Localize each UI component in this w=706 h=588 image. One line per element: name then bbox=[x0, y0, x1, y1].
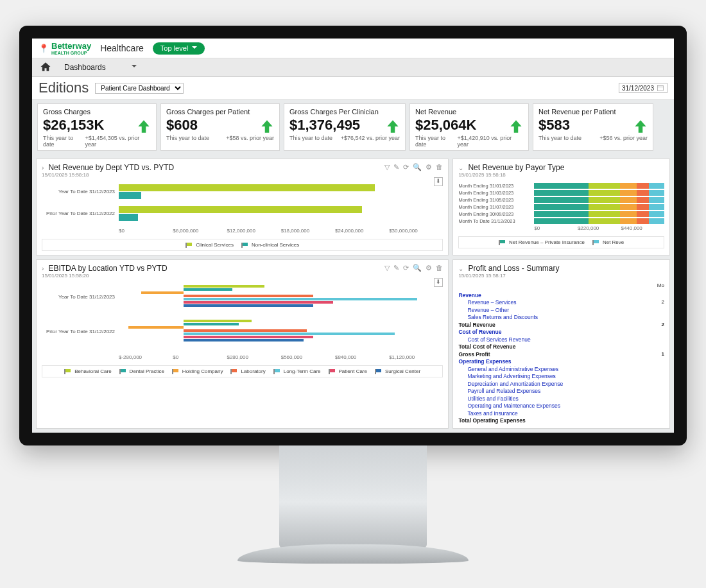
row-label: Month Ending 31/07/2023 bbox=[458, 204, 534, 210]
kpi-card: Net Revenue $25,064K This year to date+$… bbox=[409, 103, 529, 151]
panel-profit-loss: ⌄ Profit and Loss - Summary 15/01/2025 1… bbox=[452, 259, 670, 429]
refresh-icon[interactable]: ⟳ bbox=[403, 264, 409, 272]
bar-segment bbox=[649, 190, 664, 196]
pl-value: 1 bbox=[662, 351, 664, 358]
collapse-toggle[interactable]: › bbox=[42, 265, 44, 272]
bar-label: Prior Year To Date 31/12/2022 bbox=[42, 329, 119, 334]
legend: Clinical Services Non-clinical Services bbox=[42, 239, 443, 251]
pl-line: Sales Returns and Discounts bbox=[458, 314, 664, 321]
row-label: Month Ending 31/03/2023 bbox=[458, 190, 534, 196]
bar-segment bbox=[649, 197, 664, 203]
legend-item: Laboratory bbox=[230, 368, 265, 374]
collapse-toggle[interactable]: ⌄ bbox=[458, 265, 463, 272]
panel-net-revenue-dept: › Net Revenue by Dept YTD vs. PYTD 15/01… bbox=[36, 159, 449, 255]
stacked-bar-row: Month Ending 31/05/2023 bbox=[458, 197, 664, 203]
bar-segment bbox=[534, 204, 589, 210]
search-icon[interactable]: 🔍 bbox=[413, 163, 422, 171]
nav-dashboards-dropdown[interactable]: Dashboards bbox=[64, 63, 137, 72]
legend-swatch bbox=[499, 240, 506, 245]
bar-segment bbox=[649, 218, 664, 224]
pl-line: Marketing and Advertising Expenses bbox=[458, 373, 664, 380]
dashboard-grid: › Net Revenue by Dept YTD vs. PYTD 15/01… bbox=[32, 155, 674, 433]
legend-item: Dental Practice bbox=[119, 368, 164, 374]
bar-segment bbox=[534, 197, 589, 203]
pl-link[interactable]: Taxes and Insurance bbox=[467, 410, 517, 417]
pl-line: Operating and Maintenance Expenses bbox=[458, 402, 664, 410]
pl-link[interactable]: Operating and Maintenance Expenses bbox=[467, 402, 560, 409]
kpi-sub-right: +$1,454,305 vs. prior year bbox=[85, 135, 151, 148]
x-axis: $0$6,000,000$12,000,000$18,000,000$24,00… bbox=[119, 228, 443, 234]
stacked-bar bbox=[534, 183, 664, 189]
panel-ebitda-location: › EBITDA by Location YTD vs PYTD 15/01/2… bbox=[36, 259, 449, 429]
legend-swatch bbox=[273, 369, 281, 374]
pl-line: Payroll and Related Expenses bbox=[458, 388, 664, 395]
panel-timestamp: 15/01/2025 15:58:18 bbox=[458, 172, 564, 178]
gear-icon[interactable]: ⚙ bbox=[426, 163, 432, 171]
trash-icon[interactable]: 🗑 bbox=[436, 264, 443, 272]
bar-segment bbox=[589, 204, 620, 210]
brand-name: Betterway bbox=[51, 41, 91, 51]
pl-link[interactable]: Utilities and Facilities bbox=[467, 395, 518, 402]
bar-segment bbox=[637, 190, 648, 196]
search-icon[interactable]: 🔍 bbox=[413, 264, 422, 272]
row-label: Month Ending 31/05/2023 bbox=[458, 197, 534, 203]
kpi-title: Net Revenue per Patient bbox=[538, 108, 648, 116]
pl-link[interactable]: Revenue – Other bbox=[467, 307, 509, 313]
refresh-icon[interactable]: ⟳ bbox=[403, 163, 409, 171]
bar-segment bbox=[184, 329, 307, 332]
panel-toolbar: ▽ ✎ ⟳ 🔍 ⚙ 🗑 bbox=[384, 264, 443, 272]
bar-segment bbox=[534, 211, 589, 217]
pin-icon: 📍 bbox=[39, 44, 49, 53]
bar-label: Prior Year To Date 31/12/2022 bbox=[42, 211, 119, 216]
home-icon[interactable] bbox=[40, 61, 51, 74]
bar-segment bbox=[184, 288, 232, 291]
panel-timestamp: 15/01/2025 15:58:20 bbox=[42, 273, 168, 279]
kpi-row: Gross Charges $26,153K This year to date… bbox=[32, 99, 674, 155]
edit-icon[interactable]: ✎ bbox=[393, 163, 399, 171]
pl-lines: RevenueRevenue – Services2Revenue – Othe… bbox=[458, 292, 664, 424]
date-picker[interactable]: 31/12/2023 bbox=[619, 83, 667, 93]
legend: Behavioral CareDental PracticeHolding Co… bbox=[42, 365, 443, 377]
collapse-toggle[interactable]: ⌄ bbox=[458, 164, 463, 171]
dashboard-selector[interactable]: Patient Care Dashboard bbox=[95, 83, 184, 94]
monitor-base bbox=[237, 544, 469, 564]
pl-link[interactable]: Cost of Services Revenue bbox=[467, 336, 530, 343]
kpi-card: Gross Charges $26,153K This year to date… bbox=[37, 103, 157, 151]
row-label: Month To Date 31/12/2023 bbox=[458, 218, 534, 224]
pl-link[interactable]: Cost of Revenue bbox=[458, 329, 501, 335]
pl-link[interactable]: General and Administrative Expenses bbox=[467, 366, 558, 372]
filter-icon[interactable]: ▽ bbox=[384, 163, 390, 171]
pl-link[interactable]: Revenue – Services bbox=[467, 299, 516, 306]
chart-net-revenue-dept: Year To Date 31/12/2023 Prior Year To Da… bbox=[42, 184, 443, 251]
monitor-frame: 📍 Betterway HEALTH GROUP Healthcare Top … bbox=[19, 26, 687, 445]
trend-up-icon bbox=[384, 118, 401, 135]
bar-segment bbox=[184, 333, 394, 335]
bar-nonclinical bbox=[119, 214, 138, 221]
kpi-sub-right: +$56 vs. prior year bbox=[599, 135, 648, 141]
bar-segment bbox=[184, 320, 252, 322]
trash-icon[interactable]: 🗑 bbox=[436, 163, 443, 171]
bar-segment bbox=[637, 204, 648, 210]
gear-icon[interactable]: ⚙ bbox=[426, 264, 432, 272]
kpi-sub-left: This year to date bbox=[538, 135, 581, 141]
legend-swatch bbox=[230, 369, 238, 374]
kpi-sub-left: This year to date bbox=[43, 135, 85, 148]
page-title: Editions bbox=[39, 80, 89, 96]
filter-icon[interactable]: ▽ bbox=[384, 264, 390, 272]
pl-link[interactable]: Payroll and Related Expenses bbox=[467, 388, 540, 394]
pl-link[interactable]: Revenue bbox=[458, 292, 481, 298]
kpi-value: $583 bbox=[538, 117, 648, 134]
chevron-down-icon bbox=[192, 44, 197, 53]
edit-icon[interactable]: ✎ bbox=[393, 264, 399, 272]
pl-link[interactable]: Marketing and Advertising Expenses bbox=[467, 373, 556, 379]
level-pill[interactable]: Top level bbox=[153, 42, 205, 55]
panel-title: Net Revenue by Payor Type bbox=[468, 163, 564, 172]
bar-segment bbox=[184, 323, 239, 325]
pl-link[interactable]: Sales Returns and Discounts bbox=[467, 314, 538, 320]
title-row: Editions Patient Care Dashboard 31/12/20… bbox=[32, 77, 674, 99]
pl-link[interactable]: Depreciation and Amortization Expense bbox=[467, 381, 563, 387]
collapse-toggle[interactable]: › bbox=[42, 164, 44, 171]
pl-link[interactable]: Operating Expenses bbox=[458, 358, 511, 365]
stacked-bar bbox=[534, 211, 664, 217]
pl-line: Revenue – Services2 bbox=[458, 299, 664, 306]
